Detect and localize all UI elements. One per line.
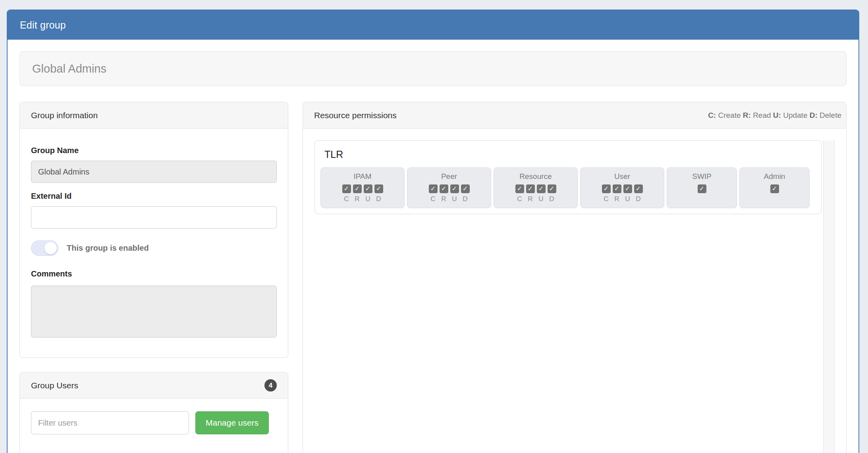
- crud-letter: U: [537, 195, 546, 203]
- permission-group-peer: Peer✓✓✓✓CRUD: [407, 167, 491, 208]
- checkbox-user-u[interactable]: ✓: [623, 184, 632, 193]
- group-users-title: Group Users: [31, 381, 78, 390]
- external-id-input[interactable]: [31, 206, 277, 228]
- permission-sections: TLRIPAM✓✓✓✓CRUDPeer✓✓✓✓CRUDResource✓✓✓✓C…: [314, 140, 835, 214]
- permission-group-name: IPAM: [353, 172, 371, 181]
- legend-key: U:: [773, 111, 781, 119]
- permission-section-tlr: TLRIPAM✓✓✓✓CRUDPeer✓✓✓✓CRUDResource✓✓✓✓C…: [314, 140, 822, 214]
- crud-letter: R: [353, 195, 362, 203]
- crud-letter: D: [548, 195, 556, 203]
- comments-textarea: [31, 286, 277, 338]
- crud-letter: R: [613, 195, 621, 203]
- checkbox-peer-d[interactable]: ✓: [461, 184, 470, 193]
- resource-permissions-heading: Resource permissions C: Create R: Read U…: [303, 102, 846, 129]
- edit-group-body: Global Admins Group information Group Na…: [8, 40, 858, 453]
- checkbox-resource-r[interactable]: ✓: [526, 184, 535, 193]
- toggle-knob-icon: [44, 242, 57, 254]
- checkbox-peer-r[interactable]: ✓: [440, 184, 448, 193]
- resource-permissions-panel: Resource permissions C: Create R: Read U…: [303, 102, 847, 453]
- edit-group-header: Edit group: [8, 10, 858, 40]
- comments-label: Comments: [31, 269, 277, 278]
- checkbox-user-r[interactable]: ✓: [613, 184, 621, 193]
- checkbox-admin[interactable]: ✓: [770, 184, 779, 193]
- group-users-panel: Group Users 4 Manage users: [19, 372, 288, 453]
- checkbox-ipam-c[interactable]: ✓: [342, 184, 351, 193]
- crud-letters: CRUD: [342, 195, 383, 203]
- crud-letter: U: [623, 195, 632, 203]
- crud-letters: CRUD: [602, 195, 643, 203]
- group-information-title: Group information: [31, 111, 98, 120]
- crud-letter: R: [440, 195, 448, 203]
- checkbox-ipam-d[interactable]: ✓: [374, 184, 383, 193]
- crud-letters: CRUD: [429, 195, 470, 203]
- group-name-input: [31, 161, 277, 183]
- edit-group-panel: Edit group Global Admins Group informati…: [7, 10, 859, 453]
- resource-permissions-body: TLRIPAM✓✓✓✓CRUDPeer✓✓✓✓CRUDResource✓✓✓✓C…: [303, 129, 846, 453]
- crud-letter: C: [515, 195, 524, 203]
- group-name-label: Group Name: [31, 146, 277, 155]
- crud-letter: D: [634, 195, 643, 203]
- user-count-badge: 4: [264, 379, 277, 392]
- permission-group-swip: SWIP✓: [667, 167, 737, 208]
- external-id-label: External Id: [31, 192, 277, 201]
- permission-group-name: SWIP: [692, 172, 712, 181]
- permission-group-name: Resource: [519, 172, 552, 181]
- group-name-display-text: Global Admins: [32, 62, 106, 75]
- crud-letter: D: [461, 195, 470, 203]
- permission-group-name: Peer: [441, 172, 457, 181]
- permission-section-title: TLR: [324, 149, 816, 160]
- legend-key: D:: [810, 111, 818, 119]
- page-title: Edit group: [20, 19, 66, 31]
- legend-key: C:: [708, 111, 716, 119]
- permission-group-name: User: [614, 172, 630, 181]
- checkbox-user-d[interactable]: ✓: [634, 184, 643, 193]
- permission-group-ipam: IPAM✓✓✓✓CRUD: [320, 167, 405, 208]
- crud-letter: C: [342, 195, 351, 203]
- scrollbar-track[interactable]: [823, 140, 835, 453]
- legend-key: R:: [743, 111, 751, 119]
- permission-group-admin: Admin✓: [739, 167, 810, 208]
- crud-letter: U: [450, 195, 459, 203]
- checkbox-swip[interactable]: ✓: [698, 184, 706, 193]
- group-information-panel: Group information Group Name External Id…: [19, 102, 288, 358]
- permission-group-user: User✓✓✓✓CRUD: [580, 167, 664, 208]
- group-information-heading: Group information: [20, 102, 288, 129]
- checkbox-ipam-r[interactable]: ✓: [353, 184, 362, 193]
- checkbox-peer-c[interactable]: ✓: [429, 184, 438, 193]
- crud-letters: CRUD: [515, 195, 556, 203]
- crud-legend: C: Create R: Read U: Update D: Delete: [708, 111, 841, 120]
- checkbox-user-c[interactable]: ✓: [602, 184, 611, 193]
- crud-letter: U: [364, 195, 372, 203]
- filter-users-input[interactable]: [31, 411, 189, 434]
- group-enabled-label: This group is enabled: [67, 244, 149, 253]
- permission-group-name: Admin: [764, 172, 785, 181]
- resource-permissions-title: Resource permissions: [314, 111, 397, 120]
- checkbox-resource-d[interactable]: ✓: [548, 184, 556, 193]
- crud-letter: C: [429, 195, 438, 203]
- crud-letter: D: [374, 195, 383, 203]
- checkbox-ipam-u[interactable]: ✓: [364, 184, 372, 193]
- checkbox-peer-u[interactable]: ✓: [450, 184, 459, 193]
- checkbox-resource-u[interactable]: ✓: [537, 184, 546, 193]
- manage-users-button[interactable]: Manage users: [195, 411, 269, 434]
- crud-letter: R: [526, 195, 535, 203]
- crud-letter: C: [602, 195, 611, 203]
- group-enabled-toggle[interactable]: [31, 240, 58, 256]
- permission-group-resource: Resource✓✓✓✓CRUD: [494, 167, 578, 208]
- checkbox-resource-c[interactable]: ✓: [515, 184, 524, 193]
- group-name-display: Global Admins: [19, 51, 847, 86]
- permission-groups-row: IPAM✓✓✓✓CRUDPeer✓✓✓✓CRUDResource✓✓✓✓CRUD…: [320, 167, 816, 208]
- group-users-heading: Group Users 4: [20, 372, 288, 399]
